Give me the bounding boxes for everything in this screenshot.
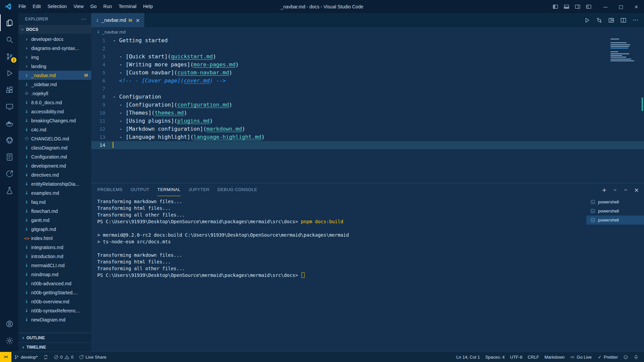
prettier-status[interactable]: ✓ Prettier [594,352,621,362]
tree-item[interactable]: ↓newDiagram.md [18,315,91,324]
encoding[interactable]: UTF-8 [507,352,525,362]
tree-item[interactable]: CHANGELOG.md [18,134,91,143]
menu-edit[interactable]: Edit [30,0,44,13]
layout-panel-icon[interactable] [564,4,570,10]
tree-item[interactable]: ↓c4c.md [18,125,91,134]
code-line[interactable]: 9 - [Configuration](configuration.md) [91,101,644,109]
code-line[interactable]: 5 - [Custom navbar](custom-navbar.md) [91,69,644,77]
maximize-button[interactable]: □ [613,0,629,13]
open-preview-icon[interactable] [608,17,614,23]
tree-item[interactable]: ↓introduction.md [18,252,91,261]
panel-tab-problems[interactable]: PROBLEMS [97,183,122,196]
tree-item[interactable]: ↓integrations.md [18,243,91,252]
terminal-instance[interactable]: powershell [586,206,644,216]
code-line[interactable]: 6 <!-- - [Cover page](cover.md) --> [91,77,644,85]
tree-item[interactable]: ›landing [18,62,91,71]
activity-source-control[interactable]: 2 [0,48,18,65]
code-line[interactable]: 3 - [Quick start](quickstart.md) [91,53,644,61]
menu-run[interactable]: Run [100,0,115,13]
code-line[interactable]: 7 [91,85,644,93]
minimize-button[interactable]: — [598,0,613,13]
activity-remote-explorer[interactable] [0,98,18,115]
code-line[interactable]: 2 [91,45,644,53]
activity-settings[interactable] [0,332,18,349]
sync-status[interactable] [41,352,51,362]
code-line[interactable]: 10 - [Themes](themes.md) [91,109,644,117]
new-terminal-icon[interactable]: + [601,187,607,193]
git-compare-icon[interactable] [596,17,602,23]
code-line[interactable]: 8- Configuration [91,93,644,101]
tree-item[interactable]: ↓gitgraph.md [18,225,91,234]
layout-secondary-sidebar-icon[interactable] [575,4,581,10]
close-button[interactable]: × [629,0,644,13]
menu-file[interactable]: File [15,0,30,13]
terminal-instance[interactable]: powershell [586,197,644,206]
panel-tab-jupyter[interactable]: JUPYTER [189,183,209,196]
tree-item[interactable]: ↓mermaidCLI.md [18,261,91,270]
section-docs[interactable]: DOCS [18,25,91,34]
tree-item[interactable]: ↓entityRelationshipDia... [18,179,91,188]
activity-live-share[interactable] [0,165,18,182]
breadcrumb[interactable]: ↓ _navbar.md [91,27,644,37]
tree-item[interactable]: ↓examples.md [18,188,91,197]
tree-item[interactable]: ↓n00b-syntaxReferenc... [18,306,91,315]
maximize-panel-icon[interactable] [623,187,629,193]
tree-item[interactable]: ↓flowchart.md [18,206,91,216]
panel-tab-debug-console[interactable]: DEBUG CONSOLE [217,183,257,196]
tree-item[interactable]: ↓breakingChanges.md [18,116,91,125]
terminal-dropdown-icon[interactable] [612,187,618,193]
activity-docker[interactable] [0,115,18,132]
minimap[interactable] [610,38,639,64]
eol[interactable]: CRLF [525,352,542,362]
tree-item[interactable]: ↓gantt.md [18,216,91,225]
code-line[interactable]: 11 - [Using plugins](plugins.md) [91,117,644,125]
tree-item[interactable]: <>index.html [18,234,91,243]
layout-sidebar-icon[interactable] [552,4,558,10]
tree-item[interactable]: ↓n00b-overview.md [18,297,91,306]
more-actions-icon[interactable]: ··· [632,17,639,23]
terminal-instance[interactable]: powershell [586,216,644,225]
split-editor-icon[interactable] [620,17,627,23]
tree-item[interactable]: ↓development.md [18,161,91,170]
tree-item[interactable]: ↓mindmap.md [18,270,91,279]
panel-tab-output[interactable]: OUTPUT [130,183,149,196]
tree-item[interactable]: ↓n00b-gettingStarted.... [18,288,91,297]
menu-terminal[interactable]: Terminal [115,0,140,13]
cursor-position[interactable]: Ln 14, Col 1 [454,352,483,362]
live-share-status[interactable]: Live Share [76,352,109,362]
feedback[interactable] [621,352,631,362]
terminal-output[interactable]: Transforming markdown files...Transformi… [91,196,586,352]
go-live[interactable]: Go Live [567,352,594,362]
language-mode[interactable]: Markdown [542,352,567,362]
menu-help[interactable]: Help [140,0,156,13]
tree-item[interactable]: ↓8.6.0_docs.md [18,98,91,107]
tree-item[interactable]: ↓faq.md [18,197,91,206]
activity-testing[interactable] [0,182,18,199]
problems-status[interactable]: 0 0 [51,352,76,362]
menu-go[interactable]: Go [87,0,100,13]
activity-notebook[interactable] [0,148,18,165]
tree-item[interactable]: ›img [18,53,91,62]
tree-item[interactable]: ›developer-docs [18,35,91,44]
activity-account[interactable] [0,315,18,332]
activity-github[interactable] [0,132,18,148]
tree-item[interactable]: ↓accessibility.md [18,107,91,116]
code-line[interactable]: 1- Getting started [91,37,644,45]
remote-indicator[interactable]: >< [0,352,11,362]
tree-item[interactable]: ›diagrams-and-syntax... [18,44,91,53]
editor[interactable]: 1- Getting started23 - [Quick start](qui… [91,37,644,183]
run-icon[interactable] [584,17,590,23]
code-line[interactable]: 12 - [Markdown configuration](markdown.m… [91,125,644,133]
activity-explorer[interactable] [0,14,18,31]
tab-navbar-md[interactable]: ↓ _navbar.md M × [91,13,144,27]
tree-item[interactable]: ↓directives.md [18,170,91,179]
branch-status[interactable]: develop* [11,352,41,362]
menu-view[interactable]: View [70,0,87,13]
code-line[interactable]: 14 [91,141,644,149]
customize-layout-icon[interactable] [586,4,592,10]
tree-item[interactable]: ↓n00b-advanced.md [18,279,91,288]
activity-extensions[interactable] [0,81,18,98]
section-timeline[interactable]: ›TIMELINE [18,342,91,352]
tree-item[interactable]: ↓classDiagram.md [18,143,91,152]
notifications[interactable] [631,352,641,362]
